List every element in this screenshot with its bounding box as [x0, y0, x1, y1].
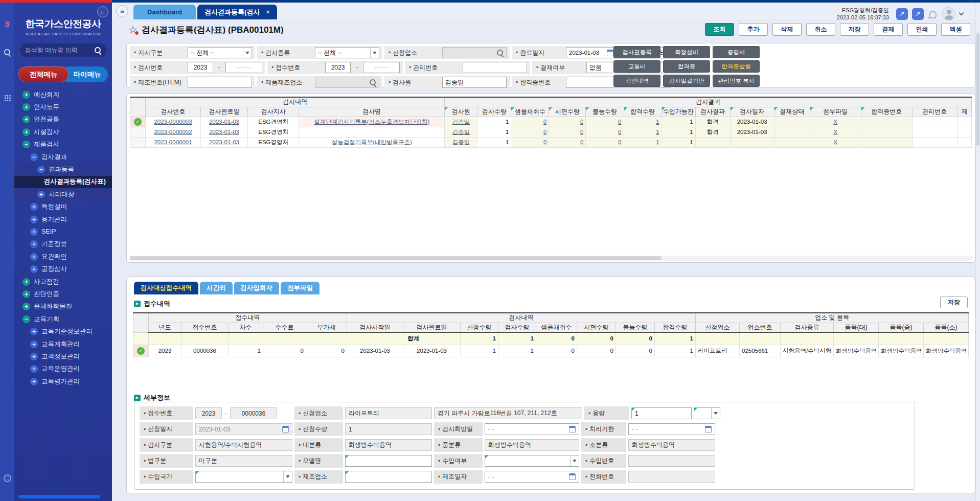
sidebar-horizontal-scrollbar[interactable] [18, 495, 100, 498]
column-header[interactable]: 첨부파일 [810, 107, 861, 117]
item-no-input[interactable] [188, 77, 252, 88]
expand-toggle-icon[interactable]: − [30, 153, 38, 161]
column-header[interactable]: 결재상태 [774, 107, 810, 117]
filter-tool-button[interactable]: 각인내역 [613, 75, 660, 87]
filter-tool-button[interactable]: 합격증 [663, 60, 710, 73]
tab-dashboard[interactable]: Dashboard [133, 5, 196, 19]
column-header[interactable]: 샘플채취수 [536, 323, 577, 332]
sidebar-menu-item[interactable]: + 공장심사 [14, 263, 112, 275]
inspection-no-year-input[interactable]: 2023 [188, 62, 213, 73]
all-menu-button[interactable]: 전체메뉴 [18, 66, 69, 82]
expand-toggle-icon[interactable]: + [30, 228, 38, 236]
action-button[interactable]: 인쇄 [907, 23, 937, 36]
maker-input[interactable] [345, 471, 432, 483]
action-button[interactable]: 결재 [874, 23, 903, 36]
deadline-input[interactable]: - - [628, 423, 715, 435]
expand-toggle-icon[interactable]: + [22, 128, 30, 136]
column-header[interactable]: 관리번호 [912, 107, 957, 117]
expand-toggle-icon[interactable]: + [30, 203, 38, 211]
sidebar-menu-item[interactable]: − 검사결과 [14, 151, 112, 163]
column-header[interactable]: 검사결과 [695, 107, 730, 117]
grid-horizontal-scrollbar[interactable] [129, 256, 973, 261]
expand-toggle-icon[interactable]: + [22, 278, 30, 286]
capacity-input[interactable]: 1 [631, 407, 692, 419]
capacity-unit-select[interactable] [694, 407, 720, 419]
column-header[interactable]: 제 [957, 107, 971, 117]
expand-toggle-icon[interactable]: + [30, 340, 38, 348]
action-button[interactable]: 조회 [705, 23, 734, 36]
calendar-icon[interactable] [607, 50, 613, 56]
sidebar-menu-item[interactable]: − 결과등록 [14, 163, 112, 175]
expand-toggle-icon[interactable]: + [30, 328, 38, 335]
search-icon[interactable] [95, 47, 101, 54]
column-header[interactable]: 차수 [229, 323, 263, 332]
action-button[interactable]: 취소 [806, 23, 835, 36]
expand-toggle-icon[interactable]: − [22, 315, 30, 323]
sidebar-menu-item[interactable]: + 진단인증 [14, 288, 112, 300]
sidebar-menu-item[interactable]: + 교육평가관리 [14, 375, 112, 388]
expand-toggle-icon[interactable]: + [22, 303, 30, 310]
filter-tool-button[interactable]: 관리번호 복사 [713, 75, 760, 87]
action-button[interactable]: 저장 [840, 23, 869, 36]
receipt-no-year-input[interactable]: 2023 [325, 62, 351, 73]
action-button[interactable]: 삭제 [772, 23, 802, 36]
column-header[interactable]: 신청업소 [696, 323, 740, 332]
column-header[interactable]: 검사번호 [146, 107, 201, 117]
inspection-type-select[interactable]: -- 전체 -- [315, 47, 379, 58]
sidebar-menu-item[interactable]: 검사결과등록(검사표) [14, 176, 112, 188]
settings-gear-icon[interactable] [0, 474, 14, 482]
column-header[interactable]: 검사수량 [477, 107, 511, 117]
complete-date-from[interactable]: 2023-01-03 [566, 47, 616, 58]
detail-tab[interactable]: 시간외 [200, 282, 233, 294]
import-select[interactable] [485, 455, 579, 467]
rail-search-icon[interactable] [0, 49, 14, 56]
sidebar-menu-item[interactable]: + SEIP [14, 225, 112, 238]
row-select-cell[interactable] [133, 332, 149, 345]
column-header[interactable]: 불능수량 [616, 323, 655, 332]
sidebar-menu-item[interactable]: + 예산회계 [14, 88, 112, 101]
sidebar-menu-item[interactable]: + 사고점검 [14, 276, 112, 288]
detail-tab[interactable]: 검사대상접수내역 [134, 282, 198, 294]
column-header[interactable]: 검사수량 [498, 323, 536, 332]
rail-grid-menu-icon[interactable] [0, 95, 14, 101]
filter-tool-button[interactable]: 특정설비 [663, 46, 710, 58]
open-window-icon[interactable]: ↗ [912, 8, 924, 20]
column-header[interactable]: 년도 [149, 323, 181, 332]
detail-tab[interactable]: 검사입회자 [234, 282, 280, 294]
expand-toggle-icon[interactable]: + [30, 216, 38, 223]
column-header[interactable]: 신청수량 [461, 323, 498, 332]
sidebar-menu-item[interactable]: − 교육기획 [14, 313, 112, 325]
product-maker-search-input[interactable] [315, 77, 379, 88]
filter-tool-button[interactable]: 교통비 [613, 60, 660, 73]
shop-search-input[interactable] [442, 47, 507, 58]
calendar-icon[interactable] [569, 473, 576, 480]
filter-tool-button[interactable]: 검사일괄기안 [663, 75, 710, 87]
calendar-icon[interactable] [705, 426, 712, 432]
column-header[interactable]: 검사명 [299, 107, 445, 117]
filter-tool-button[interactable]: 검사표등록 [613, 46, 660, 58]
expand-toggle-icon[interactable]: + [30, 240, 38, 248]
sidebar-menu-item[interactable]: + 요건확인 [14, 250, 112, 263]
sidebar-menu-item[interactable]: + 처리대장 [14, 188, 112, 200]
expand-toggle-icon[interactable]: + [22, 103, 30, 111]
detail-tab[interactable]: 첨부파일 [281, 282, 320, 294]
expand-toggle-icon[interactable]: + [22, 91, 30, 99]
inspection-no-input[interactable]: ------- [225, 62, 262, 73]
action-button[interactable]: 엑셀 [941, 23, 970, 36]
search-icon[interactable] [497, 50, 504, 56]
column-header[interactable]: 품목(중) [879, 323, 924, 332]
branch-select[interactable]: -- 전체 -- [188, 47, 252, 58]
sidebar-menu-item[interactable]: + 특정설비 [14, 201, 112, 213]
expand-toggle-icon[interactable]: + [30, 253, 38, 261]
column-header[interactable]: 검사지사 [248, 107, 299, 117]
filter-tool-button[interactable]: 합격증발행 [713, 60, 760, 73]
calendar-icon[interactable] [569, 426, 576, 432]
expand-toggle-icon[interactable]: + [30, 353, 38, 360]
column-header[interactable]: 검사일자 [730, 107, 774, 117]
column-header[interactable]: 품목(대) [834, 323, 879, 332]
column-header[interactable]: 검사원 [445, 107, 477, 117]
expand-toggle-icon[interactable]: + [22, 290, 30, 298]
expand-toggle-icon[interactable]: + [30, 378, 38, 385]
sidebar-menu-item[interactable]: + 교육계획관리 [14, 338, 112, 350]
column-header[interactable]: 합격수량 [624, 107, 662, 117]
